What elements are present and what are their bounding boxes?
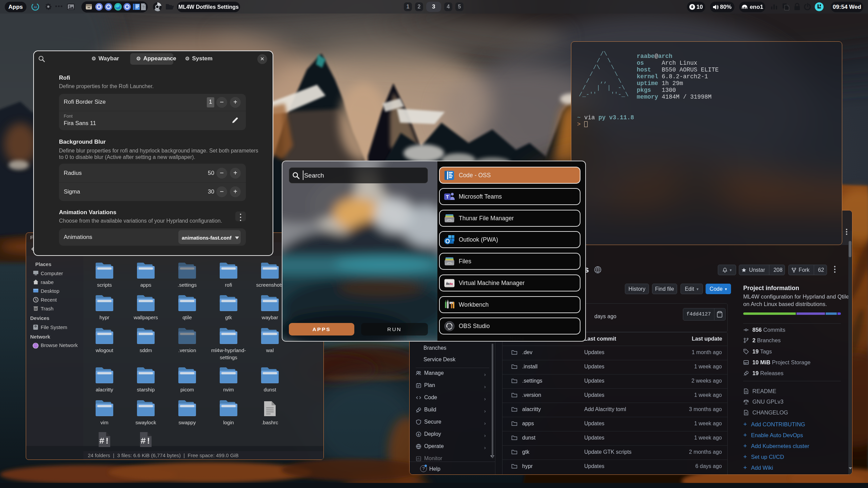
svg-text:O: O: [445, 238, 450, 244]
svg-text:.version: .version: [178, 347, 196, 353]
svg-text:apps: apps: [140, 282, 152, 288]
svg-text:nvim: nvim: [223, 387, 234, 392]
svg-text:dunst: dunst: [264, 387, 277, 392]
svg-text:gtk: gtk: [225, 314, 232, 320]
svg-text:swaylock: swaylock: [136, 420, 156, 425]
svg-text:?: ?: [142, 5, 144, 9]
svg-text:AI: AI: [34, 5, 37, 9]
svg-text:starship: starship: [137, 387, 155, 392]
svg-text:.bashrc: .bashrc: [261, 420, 278, 425]
svg-text:wal: wal: [266, 347, 274, 353]
svg-text:vim: vim: [100, 420, 108, 425]
svg-text:scripts: scripts: [97, 282, 112, 288]
svg-text:wallpapers: wallpapers: [133, 314, 158, 320]
svg-text:.settings: .settings: [178, 282, 197, 288]
svg-text:login: login: [223, 420, 234, 425]
svg-text:swappy: swappy: [179, 420, 196, 425]
svg-text:rofi: rofi: [225, 282, 232, 288]
svg-text:alacritty: alacritty: [96, 387, 113, 392]
svg-text:T: T: [446, 194, 449, 200]
svg-text:ml4w-hyprland-: ml4w-hyprland-: [211, 347, 246, 353]
svg-text:qtile: qtile: [182, 314, 192, 320]
svg-text:hypr: hypr: [99, 314, 109, 320]
svg-text:waybar: waybar: [261, 314, 278, 320]
svg-text:settings: settings: [220, 354, 237, 360]
svg-text:picom: picom: [180, 387, 194, 392]
svg-text:wlogout: wlogout: [95, 347, 114, 353]
svg-text:sddm: sddm: [140, 347, 152, 353]
svg-text:screenshots: screenshots: [256, 282, 284, 288]
